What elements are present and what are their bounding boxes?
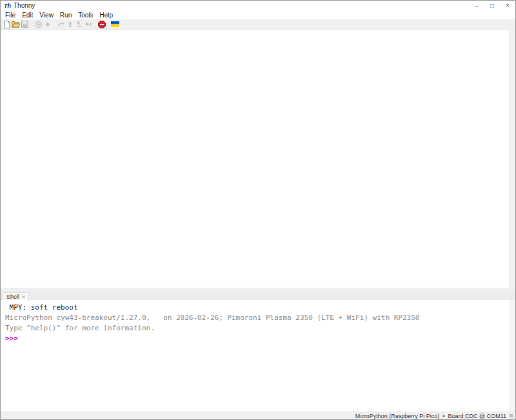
step-out-icon — [76, 21, 83, 28]
window-controls: – □ × — [469, 1, 515, 10]
debug-script-button[interactable] — [43, 20, 52, 28]
menu-run[interactable]: Run — [57, 10, 75, 19]
step-into-icon — [67, 21, 74, 28]
menu-tools[interactable]: Tools — [75, 10, 96, 19]
tab-shell[interactable]: Shell × — [3, 292, 29, 300]
shell-pane[interactable]: MPY: soft reboot MicroPython cyw43-break… — [1, 300, 515, 412]
step-over-icon — [57, 21, 65, 28]
menu-edit[interactable]: Edit — [19, 10, 36, 19]
editor-scrollbar[interactable] — [509, 30, 515, 288]
resume-icon — [84, 21, 92, 28]
shell-scrollbar[interactable] — [509, 300, 515, 412]
open-folder-icon — [12, 21, 20, 28]
status-bar: MicroPython (Raspberry Pi Pico) • Board … — [1, 412, 515, 419]
maximize-button[interactable]: □ — [484, 1, 500, 10]
shell-prompt[interactable]: >>> — [5, 334, 515, 344]
shell-tab-bar: Shell × — [1, 292, 515, 300]
menu-help[interactable]: Help — [97, 10, 117, 19]
shell-output-line: MPY: soft reboot — [5, 303, 515, 313]
resume-button[interactable] — [84, 20, 92, 28]
minimize-button[interactable]: – — [469, 1, 484, 10]
stop-icon — [98, 21, 106, 28]
new-file-button[interactable] — [3, 20, 11, 28]
menu-file[interactable]: File — [2, 10, 19, 19]
run-script-button[interactable] — [34, 20, 43, 28]
shell-banner-line: Type "help()" for more information. — [5, 323, 515, 334]
toolbar — [1, 19, 515, 30]
debug-icon — [44, 21, 52, 28]
save-file-button[interactable] — [21, 20, 29, 28]
title-bar: Th Thonny – □ × — [1, 1, 515, 10]
step-over-button[interactable] — [57, 20, 65, 28]
close-button[interactable]: × — [500, 1, 515, 10]
open-file-button[interactable] — [12, 20, 20, 28]
run-icon — [35, 21, 43, 28]
status-separator: • — [442, 413, 444, 419]
shell-tab-close-icon[interactable]: × — [22, 294, 25, 300]
menu-bar: File Edit View Run Tools Help — [1, 10, 515, 19]
stop-restart-button[interactable] — [97, 20, 106, 28]
step-out-button[interactable] — [75, 20, 83, 28]
port-status[interactable]: Board CDC @ COM11 — [448, 413, 507, 419]
resize-grip[interactable] — [510, 414, 513, 417]
thonny-window: Th Thonny – □ × File Edit View Run Tools… — [0, 0, 516, 420]
ukraine-flag-icon — [111, 21, 119, 27]
window-title: Thonny — [14, 2, 35, 9]
editor-area[interactable] — [1, 30, 515, 288]
step-into-button[interactable] — [66, 20, 74, 28]
interpreter-status[interactable]: MicroPython (Raspberry Pi Pico) — [355, 413, 440, 419]
menu-view[interactable]: View — [36, 10, 57, 19]
save-icon — [21, 21, 28, 28]
thonny-app-icon: Th — [4, 3, 11, 9]
shell-tab-label: Shell — [6, 294, 19, 300]
shell-banner-line: MicroPython cyw43-breakout/1.27.0, on 20… — [5, 313, 515, 323]
new-file-icon — [3, 21, 10, 28]
support-ukraine-button[interactable] — [111, 20, 119, 28]
